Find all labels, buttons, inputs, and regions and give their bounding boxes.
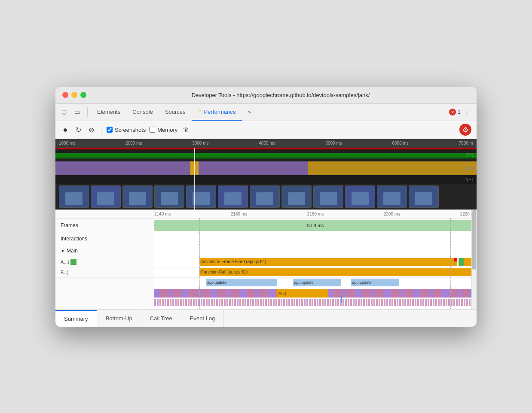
flame-content-dense: M...) <box>154 288 477 309</box>
tab-more[interactable]: » <box>242 103 257 121</box>
cpu-label: CPU <box>465 166 474 170</box>
detail-time-marks: 2140 ms 2160 ms 2180 ms 2200 ms 2220 ms <box>154 212 477 216</box>
flame-label-anim: A...) <box>55 257 154 267</box>
error-badge: ✕ <box>449 109 456 115</box>
tab-console[interactable]: Console <box>126 103 159 121</box>
device-icon[interactable]: ▭ <box>72 107 82 117</box>
tab-performance[interactable]: ⚠ Performance <box>192 103 242 121</box>
overview-ruler: 1000 ms 2000 ms 3000 ms 4000 ms 5000 ms … <box>55 139 477 148</box>
flame-content-func: Function Call (app.js:61) <box>154 267 477 277</box>
screenshots-checkbox-label[interactable]: Screenshots <box>107 127 146 133</box>
dashed-func-r <box>450 267 451 277</box>
mark-5000: 5000 ms <box>325 141 342 146</box>
animation-frame-block[interactable]: Animation Frame Fired (app.js:94) <box>199 258 457 266</box>
memory-checkbox[interactable] <box>149 127 155 133</box>
devtools-icons: ⬡ ▭ <box>59 107 88 117</box>
timeline-overview[interactable]: 1000 ms 2000 ms 3000 ms 4000 ms 5000 ms … <box>55 139 477 210</box>
error-indicator: ✕ 1 <box>449 109 461 115</box>
main-triangle: ▼ <box>61 249 65 253</box>
performance-toolbar: ● ↻ ⊘ Screenshots Memory 🗑 ⚙ <box>55 121 477 139</box>
screenshot-thumb <box>154 185 184 208</box>
frames-value: 90.8 ms <box>307 223 324 228</box>
settings-button[interactable]: ⚙ <box>459 124 471 136</box>
dashed-anim-l <box>199 257 200 267</box>
scrollbar-thumb[interactable] <box>472 210 476 270</box>
dashed-dense-l <box>199 288 200 309</box>
main-section-header: ▼ Main <box>55 245 477 257</box>
tab-event-log[interactable]: Event Log <box>181 310 224 327</box>
more-options-button[interactable]: ⋮ <box>461 107 473 117</box>
close-button[interactable] <box>62 92 68 98</box>
dashed-func-l <box>199 267 200 277</box>
minimize-button[interactable] <box>71 92 77 98</box>
function-call-block[interactable]: Function Call (app.js:61) <box>199 268 444 276</box>
memory-label: Memory <box>157 127 177 133</box>
interactions-label: Interactions <box>55 233 154 245</box>
warning-icon: ⚠ <box>198 109 202 115</box>
tab-elements[interactable]: Elements <box>91 103 126 121</box>
detail-mark-2140: 2140 ms <box>154 212 171 216</box>
tab-bar: ⬡ ▭ Elements Console Sources ⚠ Performan… <box>55 104 477 121</box>
screenshot-thumb <box>345 185 375 208</box>
title-bar: Developer Tools - https://googlechrome.g… <box>55 87 477 104</box>
cpu-track: CPU <box>55 161 477 175</box>
cursor-icon[interactable]: ⬡ <box>59 107 69 117</box>
flame-row-func: F...) Function Call (app.js:61) <box>55 267 477 278</box>
delete-button[interactable]: 🗑 <box>181 125 190 134</box>
screenshot-thumb <box>91 185 121 208</box>
flame-label-dense <box>55 288 154 309</box>
maximize-button[interactable] <box>80 92 86 98</box>
m-block[interactable]: M...) <box>277 289 328 298</box>
detail-mark-2180: 2180 ms <box>307 212 324 216</box>
green-small-block <box>70 259 76 265</box>
tab-summary[interactable]: Summary <box>55 310 97 327</box>
right-green-block <box>459 258 464 266</box>
mark-3000: 3000 ms <box>192 141 208 146</box>
frames-bar: 90.8 ms <box>154 220 477 231</box>
screenshot-thumb <box>377 185 407 208</box>
window-title: Developer Tools - https://googlechrome.g… <box>92 92 470 98</box>
screenshot-thumb <box>218 185 248 208</box>
flame-content-app-update: app.update app.update app.update <box>154 278 477 288</box>
screenshots-checkbox[interactable] <box>107 127 113 133</box>
dashed-right-2 <box>450 233 451 245</box>
detail-ruler: 2140 ms 2160 ms 2180 ms 2200 ms 2220 ms <box>55 210 477 219</box>
tab-call-tree[interactable]: Call Tree <box>141 310 181 327</box>
detail-area: 2140 ms 2160 ms 2180 ms 2200 ms 2220 ms … <box>55 210 477 310</box>
main-text: Main <box>67 248 78 254</box>
dashed-app-l <box>199 278 200 288</box>
detail-scrollbar[interactable] <box>471 210 477 310</box>
screenshot-thumb <box>281 185 312 208</box>
dashed-left-3 <box>199 245 200 257</box>
main-label: ▼ Main <box>55 245 154 257</box>
app-update-2[interactable]: app.update <box>293 279 342 286</box>
screenshot-thumb <box>122 185 153 208</box>
app-update-1[interactable]: app.update <box>206 279 277 286</box>
main-content-header <box>154 245 477 257</box>
frames-label: Frames <box>55 219 154 233</box>
v-marker-2 <box>341 296 342 303</box>
screenshots-track <box>55 184 477 210</box>
cpu-fill <box>55 161 477 175</box>
mark-6000: 6000 ms <box>392 141 408 146</box>
net-label: NET <box>465 177 474 182</box>
bottom-tab-bar: Summary Bottom-Up Call Tree Event Log <box>55 310 477 327</box>
interactions-track: Interactions <box>55 233 477 245</box>
traffic-lights <box>62 92 86 98</box>
screenshot-thumb <box>409 185 439 208</box>
dashed-app-r <box>450 278 451 288</box>
devtools-window: Developer Tools - https://googlechrome.g… <box>55 87 477 327</box>
memory-checkbox-label[interactable]: Memory <box>149 127 177 133</box>
frames-content: 90.8 ms <box>154 219 477 233</box>
tab-bottom-up[interactable]: Bottom-Up <box>97 310 141 327</box>
screenshot-thumb <box>313 185 343 208</box>
flame-content-anim: Animation Frame Fired (app.js:94) <box>154 257 477 267</box>
reload-button[interactable]: ↻ <box>73 125 83 134</box>
record-button[interactable]: ● <box>61 125 70 134</box>
error-count: 1 <box>458 109 461 115</box>
mark-7000: 7000 m <box>459 141 473 146</box>
app-update-3[interactable]: app.update <box>351 279 400 286</box>
clear-button[interactable]: ⊘ <box>86 125 96 134</box>
tab-sources[interactable]: Sources <box>159 103 192 121</box>
screenshot-thumb <box>59 185 89 208</box>
